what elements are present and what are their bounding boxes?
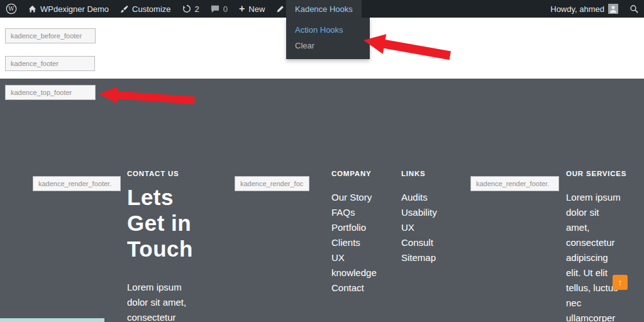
footer-bottom-bar bbox=[0, 318, 104, 322]
customize-label: Customize bbox=[132, 4, 170, 14]
home-icon bbox=[28, 5, 36, 13]
footer-link-our-story[interactable]: Our Story bbox=[331, 190, 383, 205]
wordpress-logo-icon: W bbox=[6, 3, 17, 14]
footer-link-consult[interactable]: Consult bbox=[401, 235, 452, 250]
footer-link-usability[interactable]: Usability bbox=[401, 205, 452, 220]
contact-title-line2: Get in bbox=[127, 210, 193, 236]
footer-link-faqs[interactable]: FAQs bbox=[331, 205, 383, 220]
site-footer: kadence_top_footer kadence_render_footer… bbox=[0, 79, 644, 322]
links-heading: LINKS bbox=[401, 170, 426, 177]
footer-link-audits[interactable]: Audits bbox=[401, 190, 452, 205]
contact-title: Lets Get in Touch bbox=[127, 184, 193, 262]
search-icon[interactable] bbox=[624, 0, 644, 18]
comments-menu[interactable]: 0 bbox=[205, 0, 233, 18]
footer-link-ux[interactable]: UX bbox=[401, 220, 452, 235]
my-account-menu[interactable]: Howdy, ahmed bbox=[545, 0, 624, 18]
plus-icon: + bbox=[239, 4, 245, 14]
kadence-hooks-label: Kadence Hooks bbox=[295, 4, 353, 14]
kadence-hooks-dropdown: Action Hooks Clear bbox=[286, 18, 370, 59]
hook-marker-footer[interactable]: kadence_footer bbox=[5, 56, 95, 71]
hook-marker-render-footer-col2[interactable]: kadence_render_foc bbox=[235, 176, 309, 191]
updates-icon bbox=[182, 4, 191, 13]
updates-count: 2 bbox=[195, 4, 199, 14]
links-link-list: Audits Usability UX Consult Sitemap bbox=[401, 190, 452, 265]
hook-marker-render-footer-col1[interactable]: kadence_render_footer. bbox=[33, 176, 121, 191]
paintbrush-icon bbox=[120, 5, 128, 13]
hook-marker-render-footer-col5[interactable]: kadence_render_footer. bbox=[470, 176, 559, 191]
site-name-label: WPdexigner Demo bbox=[40, 4, 109, 14]
kadence-hooks-menu[interactable]: Kadence Hooks bbox=[286, 0, 362, 18]
customize-menu[interactable]: Customize bbox=[114, 0, 176, 18]
company-link-list: Our Story FAQs Portfolio Clients UX know… bbox=[331, 190, 383, 296]
company-heading: COMPANY bbox=[331, 170, 372, 177]
contact-title-line3: Touch bbox=[127, 236, 193, 262]
page: W WPdexigner Demo Customize 2 bbox=[0, 0, 644, 322]
updates-menu[interactable]: 2 bbox=[177, 0, 205, 18]
avatar bbox=[608, 4, 618, 14]
wordpress-logo-menu[interactable]: W bbox=[0, 0, 23, 18]
site-name-menu[interactable]: WPdexigner Demo bbox=[23, 0, 114, 18]
hook-marker-top-footer[interactable]: kadence_top_footer bbox=[5, 85, 96, 100]
howdy-label: Howdy, ahmed bbox=[550, 4, 604, 14]
our-services-heading: OUR SERVICES bbox=[566, 170, 626, 177]
footer-link-clients[interactable]: Clients bbox=[331, 235, 383, 250]
comments-count: 0 bbox=[223, 4, 228, 14]
footer-link-portfolio[interactable]: Portfolio bbox=[331, 220, 383, 235]
footer-link-ux-knowledge[interactable]: UX knowledge bbox=[331, 250, 383, 280]
hook-marker-before-footer[interactable]: kadence_before_footer bbox=[5, 28, 96, 43]
annotation-arrow-dropdown bbox=[362, 29, 452, 67]
services-body-text: Lorem ipsum dolor sit amet, consectetur … bbox=[566, 190, 624, 322]
wp-admin-bar: W WPdexigner Demo Customize 2 bbox=[0, 0, 644, 18]
footer-link-sitemap[interactable]: Sitemap bbox=[401, 250, 452, 265]
contact-us-heading: CONTACT US bbox=[127, 170, 179, 177]
pencil-icon bbox=[276, 5, 284, 13]
comments-icon bbox=[211, 5, 219, 13]
new-label: New bbox=[248, 4, 265, 14]
scroll-to-top-button[interactable]: ↑ bbox=[613, 275, 628, 290]
contact-body-text: Lorem ipsum dolor sit amet, consectetur bbox=[127, 280, 199, 322]
arrow-up-icon: ↑ bbox=[618, 277, 623, 287]
admin-bar-right: Howdy, ahmed bbox=[545, 0, 644, 18]
new-content-menu[interactable]: + New bbox=[233, 0, 270, 18]
clear-menu-item[interactable]: Clear bbox=[286, 38, 370, 53]
action-hooks-menu-item[interactable]: Action Hooks bbox=[286, 22, 370, 38]
svg-text:W: W bbox=[8, 6, 14, 12]
contact-title-line1: Lets bbox=[127, 184, 193, 210]
footer-link-contact[interactable]: Contact bbox=[331, 280, 383, 296]
